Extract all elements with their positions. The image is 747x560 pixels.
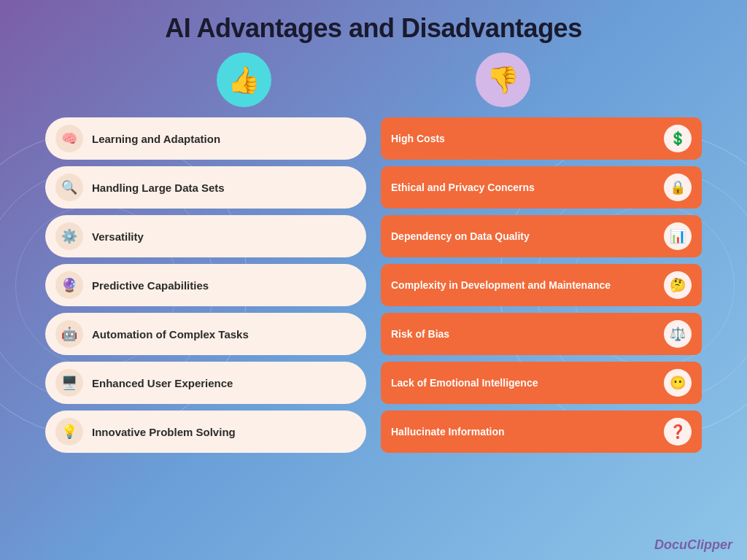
advantage-item-learning: 🧠 Learning and Adaptation	[45, 117, 366, 160]
advantage-label-innovative: Innovative Problem Solving	[92, 426, 236, 438]
advantage-icon-versatility: ⚙️	[55, 222, 83, 250]
advantage-icon-innovative: 💡	[55, 418, 83, 446]
advantage-label-predictive: Predictive Capabilities	[92, 279, 209, 292]
advantage-icon-ux: 🖥️	[55, 369, 83, 397]
thumbs-up-icon: 👍	[217, 52, 271, 107]
disadvantage-item-privacy: Ethical and Privacy Concerns 🔒	[381, 166, 702, 209]
disadvantage-item-emotional: Lack of Emotional Intelligence 😶	[381, 362, 702, 404]
disadvantage-item-dataquality: Dependency on Data Quality 📊	[381, 215, 702, 257]
disadvantage-label-hallucinate: Hallucinate Information	[391, 426, 657, 438]
disadvantage-label-dataquality: Dependency on Data Quality	[391, 230, 657, 242]
advantage-label-automation: Automation of Complex Tasks	[92, 328, 249, 341]
thumbs-down-icon: 👎	[476, 52, 530, 107]
advantage-icon-data: 🔍	[55, 174, 83, 201]
disadvantage-icon-complexity: 🤔	[664, 271, 692, 299]
disadvantage-label-bias: Risk of Bias	[391, 328, 657, 340]
advantages-column: 🧠 Learning and Adaptation 🔍 Handling Lar…	[45, 117, 366, 453]
advantage-item-data: 🔍 Handling Large Data Sets	[45, 166, 366, 209]
disadvantage-label-cost: High Costs	[391, 133, 657, 144]
advantage-item-versatility: ⚙️ Versatility	[45, 215, 366, 257]
disadvantage-item-cost: High Costs 💲	[381, 117, 702, 160]
disadvantage-item-hallucinate: Hallucinate Information ❓	[381, 411, 702, 453]
advantage-item-innovative: 💡 Innovative Problem Solving	[45, 411, 366, 453]
main-columns: 🧠 Learning and Adaptation 🔍 Handling Lar…	[22, 117, 725, 453]
advantage-item-predictive: 🔮 Predictive Capabilities	[45, 264, 366, 306]
advantage-label-versatility: Versatility	[92, 230, 144, 243]
disadvantage-icon-hallucinate: ❓	[664, 418, 692, 446]
advantage-item-automation: 🤖 Automation of Complex Tasks	[45, 313, 366, 355]
icons-row: 👍 👎	[22, 52, 725, 107]
disadvantage-icon-bias: ⚖️	[664, 320, 692, 348]
disadvantage-icon-cost: 💲	[664, 125, 692, 152]
advantage-label-data: Handling Large Data Sets	[92, 182, 225, 194]
advantage-label-ux: Enhanced User Experience	[92, 377, 233, 389]
disadvantage-icon-privacy: 🔒	[664, 174, 692, 201]
advantage-icon-learning: 🧠	[55, 125, 83, 152]
disadvantage-label-privacy: Ethical and Privacy Concerns	[391, 182, 657, 193]
disadvantage-label-complexity: Complexity in Development and Maintenanc…	[391, 279, 657, 291]
disadvantage-label-emotional: Lack of Emotional Intelligence	[391, 377, 657, 389]
page-title: AI Advantages and Disadvantages	[22, 13, 725, 44]
disadvantage-item-complexity: Complexity in Development and Maintenanc…	[381, 264, 702, 306]
advantage-label-learning: Learning and Adaptation	[92, 133, 220, 145]
disadvantages-column: High Costs 💲 Ethical and Privacy Concern…	[381, 117, 702, 453]
advantage-icon-automation: 🤖	[55, 320, 83, 348]
disadvantage-item-bias: Risk of Bias ⚖️	[381, 313, 702, 355]
watermark-label: DocuClipper	[654, 537, 732, 553]
disadvantage-icon-emotional: 😶	[664, 369, 692, 397]
advantage-icon-predictive: 🔮	[55, 271, 83, 299]
advantage-item-ux: 🖥️ Enhanced User Experience	[45, 362, 366, 404]
disadvantage-icon-dataquality: 📊	[664, 222, 692, 250]
